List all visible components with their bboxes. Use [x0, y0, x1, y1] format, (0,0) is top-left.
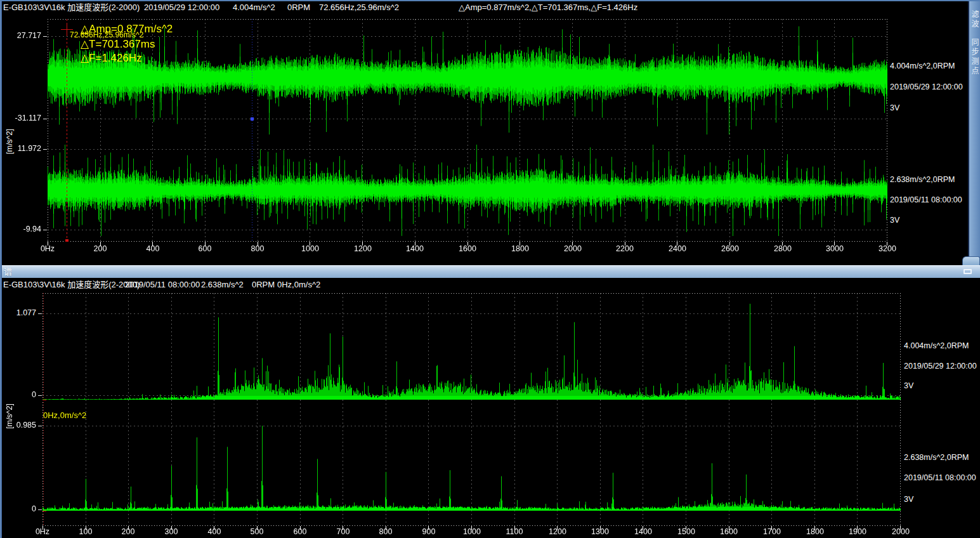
- waveform-trace2-channel-label: 3V: [890, 216, 899, 225]
- delta-t-annotation: △T=701.367ms: [81, 37, 155, 51]
- waveform-title: E-GB103\3V\16k 加速度波形(2-2000): [3, 3, 140, 12]
- spectrum-x-tick-label: 500: [238, 527, 276, 536]
- spectrum-x-tick-label: 2000: [882, 527, 920, 536]
- waveform-trace2-amp-label: 2.638m/s^2,0RPM: [890, 175, 955, 184]
- spectrum-cursor-annotation: 0Hz,0m/s^2: [43, 410, 86, 420]
- waveform-trace1-channel-label: 3V: [890, 103, 899, 112]
- spectrum-x-tick-label: 600: [281, 527, 319, 536]
- spectrum-y-tick-label: 0.985: [6, 421, 36, 430]
- waveform-x-tick-label: 200: [81, 244, 119, 253]
- spectrum-y-tick-label: 0: [6, 390, 36, 399]
- waveform-x-tick-label: 0Hz: [29, 244, 67, 253]
- spectrum-trace2-channel-label: 3V: [904, 495, 913, 504]
- spectrum-y-tick-mark: [38, 395, 42, 396]
- toolbar-tab-sync-points[interactable]: 同步测点: [969, 38, 980, 76]
- spectrum-trace2-amp-label: 2.638m/s^2,0RPM: [904, 453, 969, 462]
- waveform-plot[interactable]: [48, 19, 887, 246]
- spectrum-plot[interactable]: [42, 293, 901, 530]
- spectrum-timestamp: 2019/05/11 08:00:00: [125, 280, 200, 289]
- waveform-y-tick-label: -9.94: [11, 225, 41, 233]
- spectrum-x-tick-label: 400: [195, 527, 233, 536]
- waveform-y-tick-label: -31.117: [11, 114, 41, 122]
- waveform-trace1-date-label: 2019/05/29 12:00:00: [890, 82, 963, 91]
- waveform-x-tick-label: 2200: [606, 244, 644, 253]
- spectrum-trace1-date-label: 2019/05/29 12:00:00: [904, 362, 977, 371]
- waveform-amplitude: 4.004m/s^2: [233, 3, 275, 12]
- spectrum-trace1-channel-label: 3V: [904, 381, 913, 390]
- spectrum-x-tick-label: 1300: [581, 527, 619, 536]
- window-top-border: [0, 0, 980, 1]
- spectrum-x-tick-label: 1900: [839, 527, 877, 536]
- spectrum-x-tick-label: 0Hz: [23, 527, 62, 536]
- toolbar-tab-filter[interactable]: 滤波: [969, 10, 980, 29]
- spectrum-y-tick-mark: [38, 509, 42, 510]
- waveform-delta-readout: △Amp=0.877m/s^2,△T=701.367ms,△F=1.426Hz: [459, 3, 637, 12]
- spectrum-x-tick-label: 1000: [453, 527, 491, 536]
- spectrum-title: E-GB103\3V\16k 加速度波形(2-2000): [3, 280, 140, 289]
- waveform-y-tick-mark: [43, 36, 47, 37]
- waveform-x-tick-label: 3200: [868, 244, 906, 253]
- spectrum-pane-title: 谱: [4, 267, 12, 277]
- spectrum-x-tick-label: 1200: [539, 527, 577, 536]
- waveform-y-tick-label: 11.972: [11, 144, 41, 153]
- waveform-x-tick-label: 1400: [396, 244, 434, 253]
- spectrum-trace2-date-label: 2019/05/11 08:00:00: [904, 473, 976, 482]
- spectrum-x-tick-label: 1600: [710, 527, 748, 536]
- restore-icon[interactable]: [964, 269, 972, 274]
- waveform-x-tick-label: 800: [238, 244, 277, 253]
- spectrum-x-tick-label: 1100: [495, 527, 533, 536]
- spectrum-x-tick-label: 300: [152, 527, 190, 536]
- waveform-x-tick-label: 1600: [448, 244, 487, 253]
- waveform-trace2-date-label: 2019/05/11 08:00:00: [890, 195, 962, 204]
- waveform-x-tick-label: 2400: [658, 244, 696, 253]
- spectrum-x-tick-label: 1800: [796, 527, 834, 536]
- delta-f-annotation: △F=1.426Hz: [81, 51, 142, 65]
- right-toolbar: 滤波 同步测点: [968, 1, 980, 265]
- waveform-y-tick-mark: [43, 119, 47, 119]
- spectrum-y-tick-mark: [38, 426, 42, 426]
- waveform-x-tick-label: 600: [186, 244, 224, 253]
- spectrum-y-tick-label: 1.077: [6, 308, 36, 317]
- spectrum-rpm: 0RPM: [252, 280, 275, 289]
- spectrum-pane-titlebar[interactable]: 谱: [2, 265, 980, 278]
- waveform-x-tick-label: 2800: [764, 244, 802, 253]
- waveform-rpm: 0RPM: [287, 3, 310, 12]
- spectrum-x-tick-label: 1400: [624, 527, 662, 536]
- waveform-y-tick-mark: [43, 230, 47, 230]
- spectrum-x-tick-label: 700: [324, 527, 362, 536]
- waveform-x-tick-label: 400: [134, 244, 172, 253]
- waveform-x-tick-label: 1800: [501, 244, 539, 253]
- spectrum-amplitude: 2.638m/s^2: [201, 280, 244, 289]
- waveform-cursor-readout: 72.656Hz,25.96m/s^2: [319, 3, 399, 12]
- vibration-analysis-window: E-GB103\3V\16k 加速度波形(2-2000) 2019/05/29 …: [0, 0, 980, 538]
- waveform-timestamp: 2019/05/29 12:00:00: [144, 3, 219, 12]
- spectrum-y-tick-mark: [38, 313, 42, 314]
- spectrum-x-tick-label: 100: [67, 527, 105, 536]
- waveform-x-tick-label: 2000: [554, 244, 592, 253]
- waveform-y-tick-label: 27.717: [11, 31, 41, 40]
- waveform-x-tick-label: 1200: [344, 244, 382, 253]
- spectrum-x-tick-label: 200: [109, 527, 147, 536]
- pane-corner-tab[interactable]: [962, 256, 980, 265]
- spectrum-trace1-amp-label: 4.004m/s^2,0RPM: [904, 341, 969, 350]
- waveform-y-tick-mark: [43, 149, 47, 150]
- spectrum-y-tick-label: 0: [6, 504, 36, 513]
- spectrum-x-tick-label: 1500: [667, 527, 705, 536]
- waveform-x-tick-label: 2600: [711, 244, 749, 253]
- spectrum-x-tick-label: 800: [367, 527, 405, 536]
- spectrum-x-tick-label: 1700: [753, 527, 791, 536]
- spectrum-x-tick-label: 900: [410, 527, 448, 536]
- waveform-trace1-amp-label: 4.004m/s^2,0RPM: [890, 62, 955, 70]
- waveform-x-tick-label: 1000: [291, 244, 329, 253]
- spectrum-cursor-readout: 0Hz,0m/s^2: [277, 280, 320, 289]
- waveform-x-tick-label: 3000: [816, 244, 854, 253]
